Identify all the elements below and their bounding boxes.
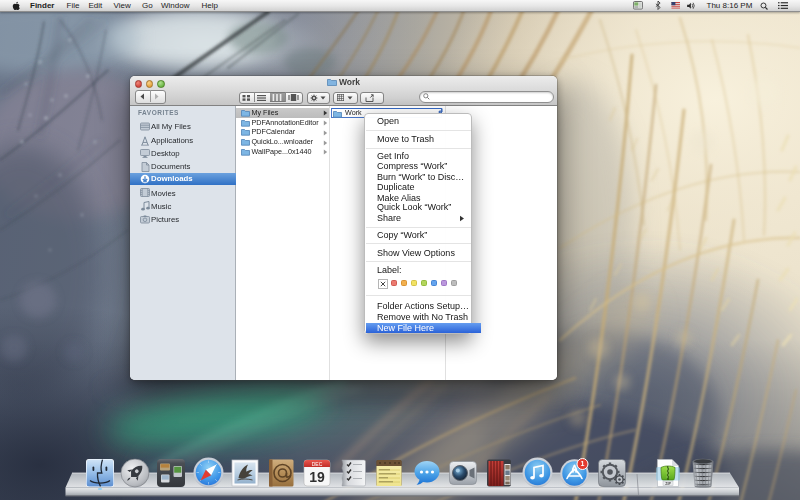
svg-text:1: 1 bbox=[581, 460, 585, 467]
svg-text:DEC: DEC bbox=[311, 461, 322, 467]
svg-text:19: 19 bbox=[309, 469, 325, 485]
svg-text:ZIP: ZIP bbox=[665, 482, 671, 486]
